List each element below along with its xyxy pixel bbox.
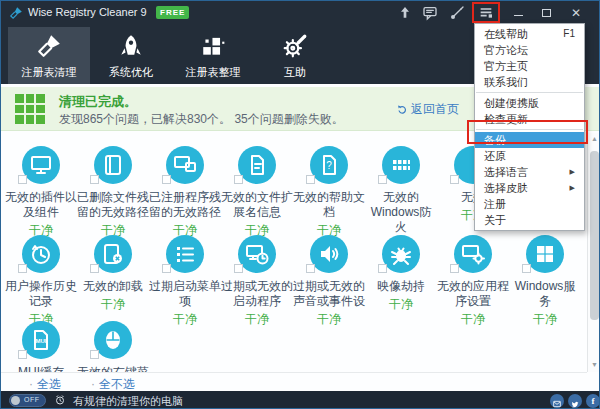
screens-icon (166, 146, 204, 184)
twitter-icon[interactable] (568, 394, 582, 408)
windows-icon (526, 235, 564, 273)
scrollbar: ▲ ▼ (587, 133, 600, 372)
item-checkbox[interactable] (90, 264, 99, 273)
menu-item-about[interactable]: 关于 (475, 212, 584, 228)
monitor-icon (22, 146, 60, 184)
scan-item-mui-cache[interactable]: MUI缓存 干净 (5, 319, 77, 372)
item-checkbox[interactable] (306, 175, 315, 184)
schedule-toggle[interactable]: OFF (9, 394, 46, 407)
scan-item-start-menu[interactable]: 过期启动菜单项 干净 (149, 233, 221, 319)
alarm-clock-icon (54, 394, 66, 406)
scan-item-help-docs[interactable]: 无效的帮助文档 干净 (293, 144, 365, 230)
menu-item-restore[interactable]: 还原 (475, 148, 584, 164)
item-checkbox[interactable] (90, 350, 99, 359)
maximize-icon[interactable] (538, 4, 556, 22)
menu-item-official-forum[interactable]: 官方论坛 (475, 42, 584, 58)
menu-separator (476, 129, 583, 130)
scan-item-invalid-uninstall[interactable]: 无效的卸载 干净 (77, 233, 149, 319)
book-icon (94, 146, 132, 184)
item-checkbox[interactable] (522, 264, 531, 273)
item-checkbox[interactable] (90, 175, 99, 184)
mui-file-icon (22, 321, 60, 359)
menu-item-select-skin[interactable]: 选择皮肤▶ (475, 180, 584, 196)
menu-item-check-updates[interactable]: 检查更新 (475, 111, 584, 127)
submenu-arrow-icon: ▶ (570, 180, 575, 196)
facebook-icon[interactable]: f (586, 394, 600, 408)
menu-item-backup[interactable]: 备份 (475, 132, 584, 148)
submenu-arrow-icon: ▶ (570, 164, 575, 180)
item-checkbox[interactable] (162, 264, 171, 273)
sound-speaker-icon (310, 235, 348, 273)
uninstall-book-icon (94, 235, 132, 273)
scan-item-invalid-plugins[interactable]: 无效的插件以及组件 干净 (5, 144, 77, 230)
item-checkbox[interactable] (234, 175, 243, 184)
email-icon[interactable] (550, 394, 564, 408)
scan-item-context-menu[interactable]: 无效的右键菜单项 (77, 319, 149, 372)
scan-item-registered-program-paths[interactable]: 已注册程序残留的无效路径 干净 (149, 144, 221, 230)
startmenu-list-icon (166, 235, 204, 273)
menu-item-contact-us[interactable]: 联系我们 (475, 74, 584, 90)
item-checkbox[interactable] (450, 175, 459, 184)
scan-item-sound-events[interactable]: 过期或无效的声音或事件设 干净 (293, 233, 365, 319)
menu-item-create-portable[interactable]: 创建便携版 (475, 95, 584, 111)
free-badge: FREE (156, 6, 189, 19)
minimize-icon[interactable] (510, 4, 528, 22)
brush-icon (36, 33, 62, 59)
scroll-up-arrow[interactable]: ▲ (588, 133, 600, 145)
tab-registry-defrag[interactable]: 注册表整理 (172, 27, 254, 84)
item-checkbox[interactable] (450, 264, 459, 273)
menu-separator (476, 92, 583, 93)
refresh-icon (396, 104, 408, 116)
scrollbar-thumb[interactable] (590, 151, 599, 320)
scroll-down-arrow[interactable]: ▼ (588, 359, 600, 371)
tab-registry-cleaner[interactable]: 注册表清理 (8, 27, 90, 84)
item-checkbox[interactable] (18, 175, 27, 184)
app-window: Wise Registry Cleaner 9 FREE ✕ 注册表清理 系统优… (0, 0, 600, 409)
app-logo-icon (9, 6, 23, 20)
menu-item-register[interactable]: 注册 (475, 196, 584, 212)
menu-item-official-homepage[interactable]: 官方主页 (475, 58, 584, 74)
startup-monitor-icon (238, 235, 276, 273)
back-home-link[interactable]: 返回首页 (396, 101, 459, 118)
gear-wrench-icon (282, 33, 308, 59)
item-checkbox[interactable] (18, 264, 27, 273)
tab-help[interactable]: 互助 (254, 27, 336, 84)
scan-item-image-hijack[interactable]: 映像劫持 干净 (365, 233, 437, 319)
scan-item-user-history[interactable]: 用户操作历史记录 干净 (5, 233, 77, 319)
close-icon[interactable]: ✕ (567, 4, 585, 22)
menu-icon[interactable] (478, 5, 494, 21)
item-checkbox[interactable] (162, 175, 171, 184)
item-checkbox[interactable] (18, 350, 27, 359)
scan-item-file-extensions[interactable]: 无效的文件扩展名信息 干净 (221, 144, 293, 230)
menu-item-select-language[interactable]: 选择语言▶ (475, 164, 584, 180)
statusbar: OFF 有规律的清理你的电脑 f (1, 391, 600, 409)
document-icon (238, 146, 276, 184)
tab-system-tuneup[interactable]: 系统优化 (90, 27, 172, 84)
menu-item-online-help[interactable]: 在线帮助F1 (475, 26, 584, 42)
item-checkbox[interactable] (234, 264, 243, 273)
app-title: Wise Registry Cleaner 9 (28, 6, 147, 18)
rocket-icon (118, 33, 144, 59)
statusbar-message: 有规律的清理你的电脑 (73, 394, 183, 409)
upgrade-icon[interactable] (397, 5, 413, 21)
scan-item-app-settings[interactable]: 无效的应用程序设置 干净 (437, 233, 509, 319)
bug-icon (382, 235, 420, 273)
feedback-icon[interactable] (422, 5, 438, 21)
cleanup-icon[interactable] (449, 5, 465, 21)
scan-item-windows-services[interactable]: Windows服务 干净 (509, 233, 581, 319)
item-checkbox[interactable] (378, 264, 387, 273)
toggle-knob (11, 396, 20, 405)
scan-item-windows-firewall[interactable]: 无效的Windows防火 干净 (365, 144, 437, 230)
scan-item-deleted-file-paths[interactable]: 已删除文件残留的无效路径 干净 (77, 144, 149, 230)
item-checkbox[interactable] (306, 264, 315, 273)
history-clock-icon (22, 235, 60, 273)
keyboard-icon (382, 146, 420, 184)
shortcut-label: F1 (563, 26, 575, 42)
blocks-icon (200, 33, 226, 59)
completed-grid-icon (15, 94, 45, 124)
scan-item-startup-programs[interactable]: 过期或无效的启动程序 干净 (221, 233, 293, 319)
result-detail: 发现865个问题，已解决830个。 35个问题删除失败。 (59, 111, 344, 128)
mouse-icon (94, 321, 132, 359)
item-checkbox[interactable] (378, 175, 387, 184)
app-dropdown-menu: 在线帮助F1 官方论坛 官方主页 联系我们 创建便携版 检查更新 备份 还原 选… (474, 23, 585, 231)
